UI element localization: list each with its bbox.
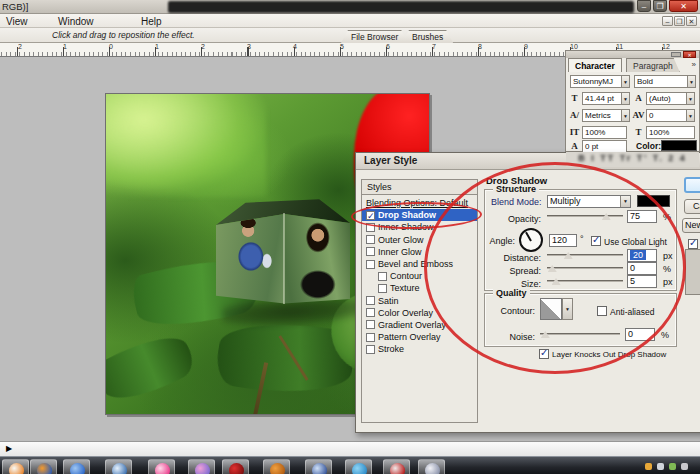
document-icon-button[interactable] bbox=[2, 459, 29, 474]
fox-icon-button[interactable] bbox=[263, 459, 290, 474]
kerning-dropdown-icon[interactable]: ▼ bbox=[621, 109, 630, 122]
style-checkbox[interactable] bbox=[366, 260, 375, 269]
scroll-arrow-icon[interactable]: ▶ bbox=[6, 444, 12, 453]
vertical-scale-input[interactable]: 100% bbox=[582, 126, 627, 139]
preview-checkbox[interactable] bbox=[688, 239, 698, 249]
horizontal-scale-input[interactable]: 100% bbox=[646, 126, 695, 139]
style-checkbox[interactable] bbox=[366, 223, 375, 232]
noise-value[interactable]: 0 bbox=[625, 328, 655, 341]
style-checkbox[interactable] bbox=[366, 308, 375, 317]
style-item-drop-shadow[interactable]: Drop Shadow bbox=[362, 209, 477, 221]
style-checkbox[interactable] bbox=[366, 235, 375, 244]
opacity-value[interactable]: 75 bbox=[627, 210, 657, 223]
size-slider[interactable] bbox=[547, 276, 623, 286]
leading-input[interactable]: (Auto) bbox=[646, 92, 687, 105]
distance-slider[interactable] bbox=[547, 250, 623, 260]
close-button[interactable]: ✕ bbox=[669, 0, 698, 12]
style-item-blending-options-default[interactable]: Blending Options: Default bbox=[362, 197, 477, 209]
photo-cube-layer[interactable] bbox=[216, 196, 350, 308]
style-item-texture[interactable]: Texture bbox=[362, 282, 477, 294]
opacity-slider[interactable] bbox=[547, 211, 623, 221]
skype-icon-button[interactable] bbox=[345, 459, 372, 474]
anti-aliased-checkbox[interactable] bbox=[597, 306, 607, 316]
spread-slider[interactable] bbox=[547, 263, 623, 273]
doc-minimize-button[interactable]: – bbox=[662, 16, 673, 26]
panel-menu-icon[interactable]: » bbox=[692, 60, 696, 69]
style-item-inner-shadow[interactable]: Inner Shadow bbox=[362, 221, 477, 233]
style-checkbox[interactable] bbox=[378, 272, 387, 281]
angle-value[interactable]: 120 bbox=[549, 234, 577, 247]
cancel-button[interactable]: Cancel bbox=[684, 199, 700, 214]
kerning-input[interactable]: Metrics bbox=[582, 109, 622, 122]
minimize-button[interactable]: – bbox=[637, 0, 651, 12]
maximize-button[interactable]: ❐ bbox=[653, 0, 667, 12]
text-color-swatch[interactable] bbox=[661, 140, 697, 151]
tray-icon[interactable] bbox=[645, 463, 652, 470]
tab-paragraph[interactable]: Paragraph bbox=[626, 58, 680, 72]
tab-brushes[interactable]: Brushes bbox=[402, 30, 453, 43]
blend-mode-dropdown-icon[interactable]: ▼ bbox=[620, 196, 630, 207]
new-style-button[interactable]: New Style... bbox=[682, 218, 700, 233]
flower-icon-button[interactable] bbox=[148, 459, 175, 474]
use-global-light-checkbox[interactable] bbox=[591, 236, 601, 246]
font-style-dropdown-icon[interactable]: ▼ bbox=[687, 75, 696, 88]
mail-icon-button[interactable] bbox=[418, 459, 445, 474]
tray-icon[interactable] bbox=[681, 463, 688, 470]
menu-help[interactable]: Help bbox=[138, 15, 165, 28]
style-item-satin[interactable]: Satin bbox=[362, 295, 477, 307]
tracking-dropdown-icon[interactable]: ▼ bbox=[686, 109, 695, 122]
swirl-icon-button[interactable] bbox=[188, 459, 215, 474]
style-item-outer-glow[interactable]: Outer Glow bbox=[362, 234, 477, 246]
tray-icon[interactable] bbox=[669, 463, 676, 470]
window-icon-button[interactable] bbox=[63, 459, 90, 474]
doc-close-button[interactable]: ✕ bbox=[686, 16, 697, 26]
style-label: Inner Glow bbox=[378, 246, 422, 258]
style-checkbox[interactable] bbox=[366, 296, 375, 305]
style-checkbox[interactable] bbox=[366, 345, 375, 354]
panel-minimize-button[interactable] bbox=[671, 52, 681, 57]
style-item-bevel-and-emboss[interactable]: Bevel and Emboss bbox=[362, 258, 477, 270]
style-checkbox[interactable] bbox=[378, 284, 387, 293]
menu-view[interactable]: View bbox=[3, 15, 31, 28]
tray-icon[interactable] bbox=[657, 463, 664, 470]
firefox-icon-button[interactable] bbox=[30, 459, 57, 474]
contour-thumbnail[interactable] bbox=[540, 298, 562, 320]
style-checkbox[interactable] bbox=[366, 211, 375, 220]
style-checkbox[interactable] bbox=[366, 247, 375, 256]
style-item-pattern-overlay[interactable]: Pattern Overlay bbox=[362, 331, 477, 343]
knockout-checkbox[interactable] bbox=[539, 349, 549, 359]
tracking-input[interactable]: 0 bbox=[646, 109, 687, 122]
size-value[interactable]: 5 bbox=[627, 275, 657, 288]
style-item-inner-glow[interactable]: Inner Glow bbox=[362, 246, 477, 258]
leading-dropdown-icon[interactable]: ▼ bbox=[686, 92, 695, 105]
style-checkbox[interactable] bbox=[366, 333, 375, 342]
magnifier-icon-button[interactable] bbox=[105, 459, 132, 474]
style-item-stroke[interactable]: Stroke bbox=[362, 343, 477, 355]
slider-track bbox=[547, 254, 623, 256]
keyboard-icon-button[interactable] bbox=[305, 459, 332, 474]
font-family-dropdown-icon[interactable]: ▼ bbox=[621, 75, 630, 88]
contour-dropdown-icon[interactable]: ▼ bbox=[562, 298, 573, 320]
info-icon-button[interactable] bbox=[383, 459, 410, 474]
spread-value[interactable]: 0 bbox=[627, 262, 657, 275]
style-checkbox[interactable] bbox=[366, 320, 375, 329]
doc-restore-button[interactable]: ❐ bbox=[674, 16, 685, 26]
angle-dial[interactable] bbox=[519, 228, 543, 252]
font-size-dropdown-icon[interactable]: ▼ bbox=[621, 92, 630, 105]
ok-button[interactable]: OK bbox=[684, 177, 700, 193]
distance-value[interactable]: 20 bbox=[627, 249, 657, 262]
panel-close-button[interactable]: ✕ bbox=[683, 51, 696, 58]
angle-label: Angle: bbox=[489, 236, 515, 246]
blend-mode-select[interactable]: Multiply ▼ bbox=[547, 195, 631, 208]
noise-slider[interactable] bbox=[540, 329, 620, 339]
style-item-color-overlay[interactable]: Color Overlay bbox=[362, 307, 477, 319]
font-size-input[interactable]: 41.44 pt bbox=[582, 92, 622, 105]
style-item-gradient-overlay[interactable]: Gradient Overlay bbox=[362, 319, 477, 331]
opera-icon-button[interactable] bbox=[222, 459, 249, 474]
tab-file-browser[interactable]: File Browser bbox=[341, 30, 408, 43]
scrollbar-strip[interactable]: ▶ bbox=[0, 441, 700, 456]
menu-window[interactable]: Window bbox=[55, 15, 97, 28]
tab-character[interactable]: Character bbox=[568, 58, 622, 72]
style-item-contour[interactable]: Contour bbox=[362, 270, 477, 282]
shadow-color-swatch[interactable] bbox=[637, 195, 670, 207]
